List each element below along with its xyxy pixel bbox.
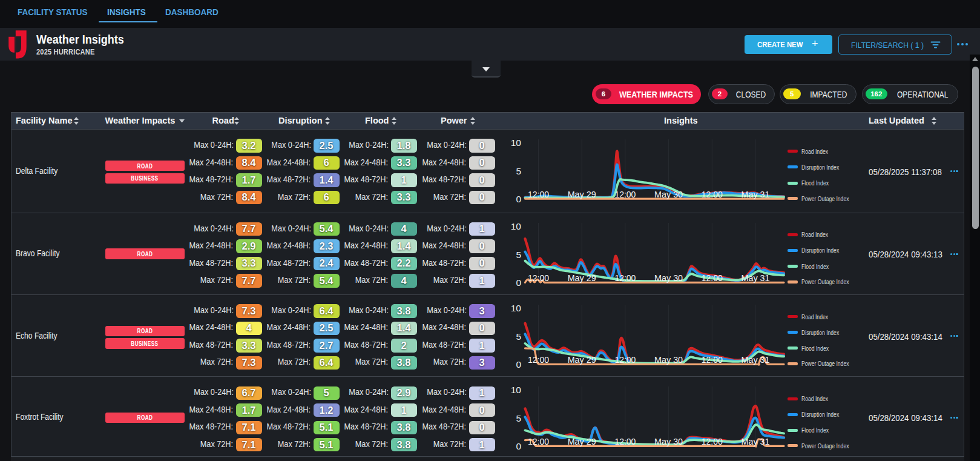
svg-text:May 29: May 29 — [568, 189, 596, 199]
svg-text:12:00: 12:00 — [528, 272, 549, 282]
svg-text:5: 5 — [516, 331, 521, 341]
svg-text:12:00: 12:00 — [528, 189, 549, 199]
svg-text:May 29: May 29 — [568, 354, 596, 364]
svg-text:12:00: 12:00 — [702, 436, 723, 446]
svg-text:12:00: 12:00 — [702, 189, 723, 199]
svg-text:0: 0 — [516, 359, 521, 370]
svg-text:May 29: May 29 — [568, 272, 596, 282]
svg-text:5: 5 — [516, 166, 521, 176]
svg-text:0: 0 — [516, 441, 521, 451]
svg-text:0: 0 — [516, 194, 521, 204]
svg-text:May 31: May 31 — [742, 354, 770, 364]
svg-text:5: 5 — [516, 413, 521, 423]
svg-text:May 30: May 30 — [654, 436, 683, 446]
svg-text:5: 5 — [516, 249, 521, 259]
svg-text:0: 0 — [516, 277, 521, 288]
svg-text:12:00: 12:00 — [528, 436, 549, 446]
svg-text:12:00: 12:00 — [528, 354, 549, 364]
svg-text:May 31: May 31 — [742, 272, 770, 282]
svg-text:May 31: May 31 — [742, 436, 770, 446]
svg-text:May 30: May 30 — [654, 272, 683, 282]
svg-text:12:00: 12:00 — [702, 354, 723, 364]
svg-text:12:00: 12:00 — [614, 354, 636, 364]
svg-text:12:00: 12:00 — [614, 189, 636, 199]
svg-text:May 30: May 30 — [654, 354, 683, 364]
svg-text:10: 10 — [511, 303, 522, 313]
svg-text:12:00: 12:00 — [614, 272, 636, 282]
svg-text:May 30: May 30 — [654, 189, 683, 199]
svg-text:12:00: 12:00 — [702, 272, 723, 282]
svg-text:10: 10 — [511, 138, 522, 148]
svg-text:10: 10 — [511, 221, 522, 231]
svg-text:10: 10 — [511, 385, 522, 395]
svg-text:May 29: May 29 — [568, 436, 596, 446]
svg-text:May 31: May 31 — [742, 189, 770, 199]
svg-text:12:00: 12:00 — [614, 436, 636, 446]
